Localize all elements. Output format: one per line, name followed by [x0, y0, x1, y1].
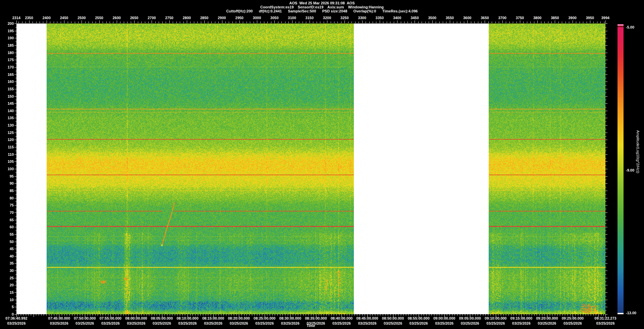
frequency-axis-tick-label: 5: [0, 305, 14, 309]
frequency-axis-tick-label: 40: [0, 254, 14, 258]
time-axis-tick-label: 07:36:40.99203/25/2026: [0, 316, 37, 326]
frequency-axis-tick-label: 200: [0, 21, 14, 26]
aos-spectrogram-screen: AOS Wed 25 Mar 2026 09:31:08 AOS CoordSy…: [0, 0, 644, 329]
frequency-axis-tick-label: 190: [0, 36, 14, 40]
record-axis-tick-label: 3900: [564, 16, 581, 20]
header-title: AOS Wed 25 Mar 2026 09:31:08 AOS: [0, 1, 644, 5]
record-axis-tick-label: 3400: [389, 16, 406, 20]
frequency-axis-tick-label: 90: [0, 181, 14, 185]
record-axis-tick-label: 3500: [424, 16, 441, 20]
record-axis-tick-label: 2650: [126, 16, 143, 20]
frequency-axis-tick-label: 165: [0, 73, 14, 77]
record-axis-tick-label: 3600: [459, 16, 476, 20]
frequency-axis-tick-label: 25: [0, 276, 14, 280]
header-sensor-info: CoordSystem:es19 SensorID:es19 Axis:sum …: [0, 5, 644, 9]
frequency-axis-tick-label: 50: [0, 240, 14, 244]
tick-time: 07:36:40.992: [0, 316, 37, 321]
record-axis-tick-label: 2900: [214, 16, 230, 20]
record-axis-tick-label: 3000: [249, 16, 265, 20]
frequency-axis-tick-label: 95: [0, 174, 14, 178]
tick-time: 09:31:22.273: [585, 316, 626, 321]
frequency-axis-tick-label: 150: [0, 94, 14, 98]
x-axis-title: Time: [298, 324, 324, 328]
header-processing-info: Cuttoff(Hz):200 df(Hz):0.2441 Sample/Sec…: [0, 9, 644, 13]
frequency-axis-tick-label: 35: [0, 261, 14, 265]
record-axis-tick-label: 2450: [56, 16, 72, 20]
frequency-axis-tick-label: 115: [0, 145, 14, 149]
record-axis-tick-label: 3950: [582, 16, 598, 20]
record-axis-tick-label: 2350: [21, 16, 38, 20]
record-axis-tick-label: 2850: [196, 16, 213, 20]
frequency-axis-tick-label: 160: [0, 80, 14, 84]
tick-date: 03/25/2026: [585, 321, 626, 326]
spectrogram-canvas: [0, 0, 644, 329]
record-axis-tick-label: 3350: [371, 16, 388, 20]
frequency-axis-tick-label: 135: [0, 116, 14, 120]
colorbar-tick-label: -5.00: [626, 25, 634, 29]
frequency-axis-tick-label: 80: [0, 196, 14, 200]
record-axis-tick-label: 3994: [597, 16, 614, 20]
record-axis-tick-label: 2750: [161, 16, 178, 20]
frequency-axis-tick-label: 60: [0, 225, 14, 229]
time-axis-tick-label: 09:31:22.27303/25/2026: [585, 316, 626, 326]
frequency-axis-tick-label: 110: [0, 152, 14, 156]
record-axis-tick-label: 2600: [108, 16, 125, 20]
frequency-axis-tick-label: 105: [0, 159, 14, 163]
colorbar-tick-label: -9.00: [626, 168, 634, 172]
record-axis-tick-label: 3750: [512, 16, 528, 20]
frequency-axis-tick-label: 85: [0, 189, 14, 193]
frequency-axis-tick-label: 45: [0, 247, 14, 251]
record-axis-tick-label: 2950: [231, 16, 248, 20]
tick-date: 03/25/2026: [0, 321, 37, 326]
frequency-axis-tick-label: 20: [0, 283, 14, 287]
frequency-axis-tick-label: 70: [0, 210, 14, 215]
record-axis-tick-label: 2550: [91, 16, 108, 20]
frequency-axis-tick-label: 130: [0, 123, 14, 127]
record-axis-tick-label: 3550: [441, 16, 458, 20]
record-axis-tick-label: 2500: [73, 16, 90, 20]
frequency-axis-tick-label: 175: [0, 58, 14, 62]
frequency-axis-tick-label: 75: [0, 203, 14, 207]
frequency-axis-tick-label: 125: [0, 131, 14, 135]
frequency-axis-tick-label: 195: [0, 29, 14, 33]
record-axis-tick-label: 3150: [301, 16, 318, 20]
frequency-axis-tick-label: 145: [0, 101, 14, 105]
colorbar-axis-title: Amplitude(Log10(g^2/Hz)): [636, 130, 640, 173]
frequency-axis-tick-label: 185: [0, 43, 14, 47]
frequency-axis-tick-label: 155: [0, 87, 14, 91]
frequency-axis-tick-label: 100: [0, 167, 14, 171]
record-axis-tick-label: 3100: [284, 16, 301, 20]
frequency-axis-tick-label: 55: [0, 232, 14, 236]
record-axis-tick-label: 2400: [38, 16, 55, 20]
frequency-axis-tick-label: 170: [0, 65, 14, 69]
record-axis-tick-label: 3300: [354, 16, 371, 20]
record-axis-tick-label: 3850: [546, 16, 563, 20]
frequency-axis-tick-label: 30: [0, 269, 14, 273]
record-axis-tick-label: 2700: [143, 16, 160, 20]
record-axis-tick-label: 3200: [319, 16, 335, 20]
frequency-axis-tick-label: 65: [0, 218, 14, 222]
frequency-axis-tick-label: 10: [0, 298, 14, 302]
record-axis-tick-label: 3050: [266, 16, 283, 20]
frequency-axis-tick-label: 140: [0, 109, 14, 113]
frequency-axis-tick-label: 180: [0, 51, 14, 55]
record-axis-tick-label: 3700: [494, 16, 511, 20]
record-axis-tick-label: 3800: [529, 16, 546, 20]
record-axis-tick-label: 2800: [178, 16, 195, 20]
record-axis-tick-label: 3650: [476, 16, 493, 20]
frequency-axis-tick-label: 15: [0, 290, 14, 294]
record-axis-tick-label: 3450: [406, 16, 423, 20]
frequency-axis-tick-label: 120: [0, 138, 14, 142]
colorbar-tick-label: -13.00: [626, 311, 636, 315]
record-axis-tick-label: 3250: [336, 16, 353, 20]
